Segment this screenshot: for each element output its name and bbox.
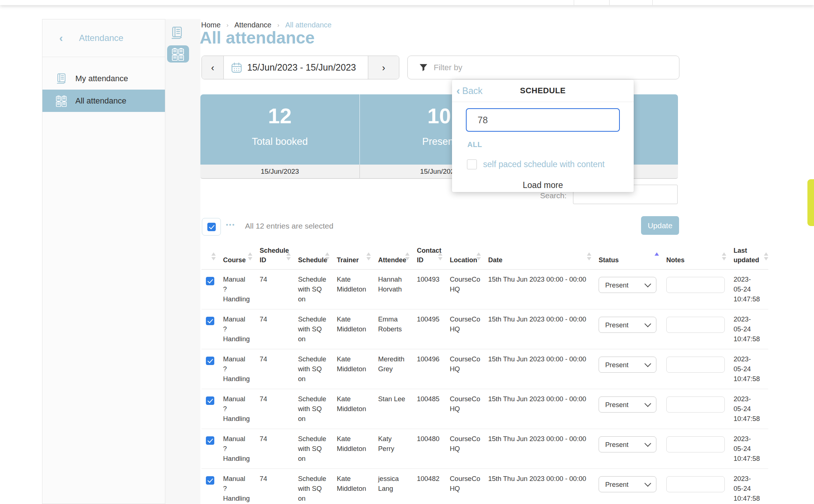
notes-input[interactable] xyxy=(666,317,725,333)
back-button[interactable]: ‹ Back xyxy=(456,86,483,96)
feedback-tab[interactable] xyxy=(807,179,814,226)
load-more-button[interactable]: Load more xyxy=(452,180,634,190)
cell-last_updated: 2023-05-24 10:47:58 xyxy=(734,389,768,429)
schedule-search-input[interactable] xyxy=(466,108,620,132)
status-select[interactable]: Present xyxy=(599,476,656,492)
cell-text: Manual ? Handling xyxy=(223,314,244,344)
page-title: All attendance xyxy=(200,28,314,48)
row-checkbox[interactable] xyxy=(206,357,214,365)
sort-icon[interactable] xyxy=(286,252,291,260)
status-select-wrap: Present xyxy=(599,396,656,413)
cell-contact_id: 100496 xyxy=(417,349,450,389)
cell-text: 74 xyxy=(260,394,282,404)
sidebar-title: Attendance xyxy=(79,33,123,43)
status-select[interactable]: Present xyxy=(599,436,656,452)
notes-input[interactable] xyxy=(666,357,725,373)
cell-schedule_id: 74 xyxy=(260,389,298,429)
sort-icon[interactable] xyxy=(405,252,410,260)
schedule-option-row[interactable]: self paced schedule with content xyxy=(467,159,604,169)
cell-text: 2023-05-24 10:47:58 xyxy=(734,434,755,463)
schedule-filter-popup: SCHEDULE ‹ Back ALL self paced schedule … xyxy=(452,80,634,192)
cell-text: Schedule with SQ on xyxy=(298,274,324,304)
sort-icon[interactable] xyxy=(764,252,768,260)
status-select[interactable]: Present xyxy=(599,317,656,333)
row-checkbox[interactable] xyxy=(206,396,214,405)
date-range-display[interactable]: 15/Jun/2023 - 15/Jun/2023 xyxy=(224,56,368,79)
cell-text: 100480 xyxy=(417,434,443,444)
table-row: Manual ? Handling74Schedule with SQ onKa… xyxy=(201,389,768,429)
cell-trainer: Kate Middleton xyxy=(337,469,378,504)
date-range-nav: ‹ 15/Jun/2023 - 15/Jun/2023 › xyxy=(201,56,399,79)
sidebar-item-all-attendance[interactable]: All attendance xyxy=(42,90,165,112)
date-prev-button[interactable]: ‹ xyxy=(202,56,224,79)
stats-section: 12Total booked xyxy=(200,94,359,165)
table-header: CourseSchedule IDScheduleTrainerAttendee… xyxy=(201,241,768,270)
select-all-checkbox[interactable] xyxy=(207,223,216,231)
cell-notes xyxy=(666,309,734,349)
row-checkbox[interactable] xyxy=(206,476,214,485)
notes-input[interactable] xyxy=(666,277,725,293)
sort-asc-icon xyxy=(655,252,659,256)
status-select-wrap: Present xyxy=(599,436,656,452)
cell-trainer: Kate Middleton xyxy=(337,270,378,309)
row-checkbox[interactable] xyxy=(206,277,214,285)
cell-notes xyxy=(666,349,734,389)
sort-icon[interactable] xyxy=(722,252,726,260)
sort-icon[interactable] xyxy=(655,252,659,256)
clipboards-grid-icon xyxy=(172,48,185,61)
filter-bar[interactable] xyxy=(407,56,679,79)
ellipsis-icon[interactable]: ••• xyxy=(226,222,235,228)
sort-icon[interactable] xyxy=(211,252,216,260)
schedule-group-label: ALL xyxy=(467,140,482,149)
cell-schedule_id: 74 xyxy=(260,469,298,504)
cell-last_updated: 2023-05-24 10:47:58 xyxy=(734,349,768,389)
status-select-wrap: Present xyxy=(599,357,656,373)
notes-input[interactable] xyxy=(666,436,725,452)
sort-icon[interactable] xyxy=(248,252,252,260)
selection-message: All 12 entries are selected xyxy=(245,222,333,230)
cell-notes xyxy=(666,389,734,429)
notebook-checklist-icon xyxy=(56,73,67,84)
cell-text: Schedule with SQ on xyxy=(298,474,324,503)
cell-attendee: Stan Lee xyxy=(378,389,417,429)
filter-input[interactable] xyxy=(433,57,679,78)
sort-desc-icon xyxy=(286,257,291,260)
sort-icon[interactable] xyxy=(587,252,591,260)
notes-input[interactable] xyxy=(666,476,725,492)
cell-contact_id: 100493 xyxy=(417,270,450,309)
sort-asc-icon xyxy=(211,252,216,256)
cell-attendee: jessica Lang xyxy=(378,469,417,504)
cell-text: 74 xyxy=(260,474,282,484)
sort-desc-icon xyxy=(438,257,442,260)
cell-select xyxy=(201,270,223,309)
cell-text: 15th Thu Jun 2023 00:00 - 00:00 xyxy=(488,394,596,404)
update-button[interactable]: Update xyxy=(641,216,679,235)
chevron-left-icon: ‹ xyxy=(211,62,214,73)
topbar-divider xyxy=(574,0,574,5)
sort-icon[interactable] xyxy=(325,252,329,260)
row-checkbox[interactable] xyxy=(206,436,214,445)
column-header-trainer: Trainer xyxy=(337,241,378,269)
rail-all-attendance-button[interactable] xyxy=(167,45,189,63)
status-select[interactable]: Present xyxy=(599,396,656,413)
cell-text: Kate Middleton xyxy=(337,354,370,374)
sort-icon[interactable] xyxy=(438,252,442,260)
status-select[interactable]: Present xyxy=(599,357,656,373)
sort-asc-icon xyxy=(366,252,371,256)
status-select[interactable]: Present xyxy=(599,277,656,293)
row-checkbox[interactable] xyxy=(206,317,214,325)
cell-schedule: Schedule with SQ on xyxy=(298,309,337,349)
schedule-option-checkbox[interactable] xyxy=(467,159,477,169)
cell-course: Manual ? Handling xyxy=(223,429,260,469)
sort-icon[interactable] xyxy=(366,252,371,260)
sort-icon[interactable] xyxy=(476,252,481,260)
cell-text: Manual ? Handling xyxy=(223,394,244,424)
cell-course: Manual ? Handling xyxy=(223,389,260,429)
notes-input[interactable] xyxy=(666,396,725,413)
chevron-left-icon[interactable]: ‹ xyxy=(59,33,63,44)
date-next-button[interactable]: › xyxy=(368,56,399,79)
sidebar-item-my-attendance[interactable]: My attendance xyxy=(42,67,165,90)
sort-asc-icon xyxy=(722,252,726,256)
rail-my-attendance-button[interactable] xyxy=(170,25,184,41)
cell-text: 100496 xyxy=(417,354,443,364)
